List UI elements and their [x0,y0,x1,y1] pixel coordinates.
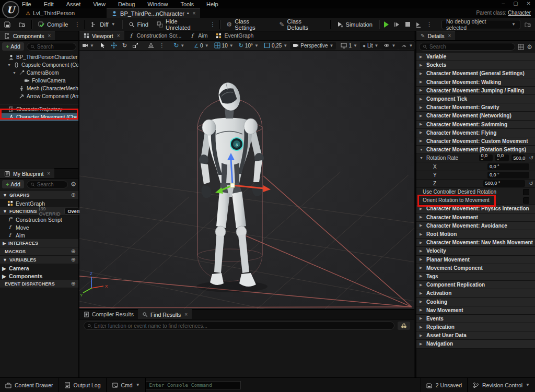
details-prop-z[interactable]: Z500,0 °↺ [416,180,535,188]
perspective-dropdown[interactable]: Perspective▼ [290,42,336,50]
details-header-component-replication[interactable]: ▶Component Replication [416,281,535,289]
class-defaults-button[interactable]: ✎ Class Defaults [275,18,328,31]
display-filter-icon[interactable] [518,44,524,50]
menu-view[interactable]: View [87,1,112,8]
tab-level[interactable]: ⚠ Lvl_ThirdPerson [21,8,79,18]
viewport-kebab[interactable]: ⋮ [157,42,167,49]
tab-compiler-results[interactable]: Compiler Results [79,310,138,319]
bp-item-construction-script[interactable]: fConstruction Script [0,216,78,223]
expander-caret[interactable]: ▶ [420,130,424,135]
minimize-button[interactable]: – [502,1,505,6]
details-header-cooking[interactable]: ▶Cooking [416,298,535,306]
my-blueprint-tab[interactable]: My Blueprint × [0,169,54,178]
details-header-character-movement[interactable]: ▶Character Movement [416,213,535,222]
tab-viewport[interactable]: Viewport× [79,31,124,40]
play-button[interactable] [381,21,391,28]
details-header-nav-movement[interactable]: ▶Nav Movement [416,306,535,315]
find-button[interactable]: Find [124,18,153,31]
menu-edit[interactable]: Edit [38,1,60,8]
bp-section-variables[interactable]: ▼VARIABLES⊕ [0,256,78,264]
vector-value-field[interactable]: 500,0 [511,155,525,161]
details-header-navigation[interactable]: ▶Navigation [416,340,535,348]
details-header-variable[interactable]: ▶Variable [416,53,535,61]
expander-caret[interactable]: ▶ [420,308,424,312]
expander-caret[interactable]: ▶ [420,88,424,92]
debug-browse-button[interactable] [520,18,535,31]
details-header-replication[interactable]: ▶Replication [416,323,535,331]
expander-caret[interactable]: ▶ [420,139,424,143]
menu-debug[interactable]: Debug [112,1,141,8]
tab-close-icon[interactable]: × [184,312,188,317]
details-header-movement-component[interactable]: ▶Movement Component [416,264,535,272]
bp-section-graphs[interactable]: ▼GRAPHS⊕ [0,191,78,199]
expander-caret[interactable]: ▼ [420,156,424,160]
tab-eventgraph[interactable]: EventGraph [212,31,258,40]
camera-mode-dropdown[interactable]: ▼ [79,42,97,49]
vector-value-field[interactable]: 0,0 ° [495,155,509,161]
details-header-character-movement-nav-mesh-movement[interactable]: ▶Character Movement: Nav Mesh Movement [416,239,535,247]
expander-caret[interactable]: ▼ [13,71,17,75]
details-header-tags[interactable]: ▶Tags [416,272,535,281]
expander-caret[interactable]: ▶ [420,283,424,287]
component-row[interactable]: ▼CameraBoom [0,69,78,77]
checkbox[interactable] [523,189,529,195]
components-search-input[interactable]: Search [27,43,76,51]
expander-caret[interactable]: ▶ [2,265,6,271]
scale-tool-button[interactable] [130,42,141,49]
component-row[interactable]: CharacterTrajectory [0,105,78,113]
reset-to-default-icon[interactable]: ↺ [529,155,533,161]
eject-button[interactable] [413,21,424,28]
viewport-3d-canvas[interactable]: u [79,51,414,309]
expander-caret[interactable]: ▼ [420,148,424,151]
component-row[interactable]: FollowCamera [0,77,78,85]
details-header-sockets[interactable]: ▶Sockets [416,61,535,69]
component-row[interactable]: ▼Capsule Component (CollisionCylir [0,61,78,69]
bp-section-interfaces[interactable]: ▶INTERFACES [0,239,78,247]
expander-caret[interactable]: ▶ [420,274,424,278]
add-circle-icon[interactable]: ⊕ [71,280,76,287]
expander-caret[interactable]: ▶ [420,241,424,245]
camera-speed-dropdown[interactable]: ▼ [398,42,415,50]
details-header-events[interactable]: ▶Events [416,315,535,323]
expander-caret[interactable]: ▶ [420,207,424,211]
bp-section-macros[interactable]: MACROS⊕ [0,247,78,256]
expander-caret[interactable]: ▶ [420,55,424,59]
debug-object-dropdown[interactable]: No debug object selected ▼ [441,20,520,29]
add-blueprint-item-button[interactable]: +Add [2,180,24,188]
my-blueprint-search-input[interactable]: Search [27,181,68,188]
expander-caret[interactable]: ▶ [420,300,424,304]
rotation-snap-dropdown[interactable]: ↻10°▼ [236,42,261,49]
tab-find-results[interactable]: Find Results× [138,310,192,319]
class-settings-button[interactable]: ⚙ Class Settings [222,18,275,31]
expander-caret[interactable]: ▼ [3,193,7,198]
unreal-logo-icon[interactable]: U [2,1,19,18]
expander-caret[interactable]: ▶ [420,223,424,228]
details-header-asset-user-data[interactable]: ▶Asset User Data [416,331,535,340]
compile-options-kebab[interactable]: ⋮ [72,21,82,28]
details-vector-rotation-rate[interactable]: ▼Rotation Rate0,0 °0,0 °500,0↺ [416,154,535,162]
expander-caret[interactable]: ▼ [3,209,7,214]
diff-button[interactable]: Diff ▼ [87,18,119,31]
surface-snap-dropdown[interactable]: ∠0▼ [191,43,211,49]
expander-caret[interactable]: ▶ [420,80,424,84]
value-field[interactable]: 0,0 ° [487,172,529,179]
lit-mode-dropdown[interactable]: ●Lit▼ [360,42,381,50]
tab-construction-scr-[interactable]: fConstruction Scr... [124,31,186,40]
expander-caret[interactable]: ▶ [420,257,424,262]
component-row[interactable]: BP_ThirdPersonCharacter (Self) [0,53,78,61]
grid-snap-dropdown[interactable]: 10▼ [212,42,236,49]
value-field[interactable]: 0,0 ° [487,163,529,170]
save-button[interactable] [0,18,15,31]
bp-section-event-dispatchers[interactable]: EVENT DISPATCHERS⊕ [0,280,78,288]
expander-caret[interactable]: ▶ [420,325,424,329]
details-header-character-movement-gravity[interactable]: ▶Character Movement: Gravity [416,103,535,112]
screen-percentage-dropdown[interactable]: 1▼ [338,42,359,49]
checkbox[interactable] [523,197,529,204]
content-drawer-button[interactable]: Content Drawer [0,378,59,392]
details-prop-x[interactable]: X0,0 ° [416,162,535,171]
menu-help[interactable]: Help [200,1,225,8]
component-row[interactable]: Mesh (CharacterMesh0)Edit in [0,85,78,92]
maximize-button[interactable]: ▢ [513,1,518,6]
details-settings-icon[interactable]: ⚙ [527,43,532,51]
add-circle-icon[interactable]: ⊕ [71,192,76,198]
